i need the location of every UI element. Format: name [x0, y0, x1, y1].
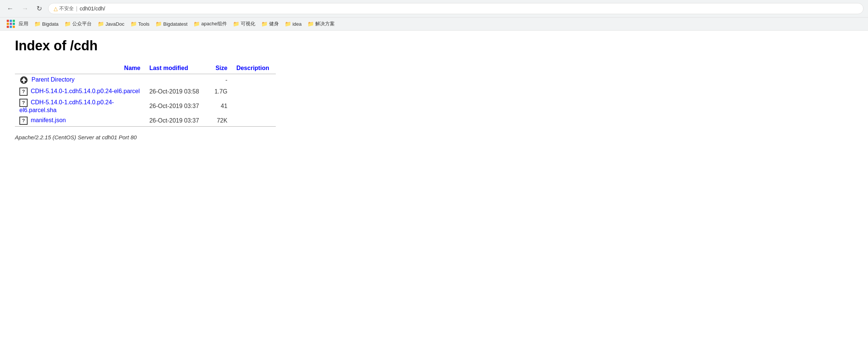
- back-button[interactable]: ←: [4, 4, 16, 13]
- size-cell: 72K: [210, 115, 232, 127]
- file-name-cell: manifest.json: [15, 115, 145, 127]
- size-cell: -: [210, 74, 232, 86]
- folder-icon: 📁: [155, 21, 162, 27]
- bookmark-label: 可视化: [241, 20, 255, 27]
- sort-name-link[interactable]: Name: [124, 65, 141, 71]
- page-content: Index of /cdh Name Last modified Size De…: [0, 31, 868, 148]
- folder-icon: 📁: [233, 21, 239, 27]
- sort-modified-link[interactable]: Last modified: [149, 65, 188, 71]
- browser-chrome: ← → ↻ △ 不安全 | cdh01/cdh/ 应用 📁 Bigdata 📁: [0, 0, 868, 31]
- bookmark-visualization[interactable]: 📁 可视化: [231, 20, 258, 28]
- url-display: cdh01/cdh/: [80, 6, 105, 12]
- reload-button[interactable]: ↻: [34, 4, 44, 13]
- table-row: Parent Directory -: [15, 74, 276, 86]
- modified-cell: 26-Oct-2019 03:37: [145, 115, 210, 127]
- apps-label: 应用: [19, 20, 28, 27]
- file-link[interactable]: CDH-5.14.0-1.cdh5.14.0.p0.24-el6.parcel.…: [19, 99, 114, 113]
- bookmark-label: 健身: [269, 20, 279, 27]
- desc-cell: [232, 86, 276, 97]
- url-separator: |: [76, 6, 78, 12]
- desc-cell: [232, 115, 276, 127]
- folder-icon: 📁: [307, 21, 314, 27]
- bookmark-label: Bigdatatest: [163, 21, 187, 27]
- bookmark-javadoc[interactable]: 📁 JavaDoc: [95, 20, 127, 28]
- bookmark-label: 公众平台: [72, 20, 92, 27]
- apps-shortcut[interactable]: 应用: [4, 19, 31, 29]
- file-name-cell: CDH-5.14.0-1.cdh5.14.0.p0.24-el6.parcel.…: [15, 97, 145, 115]
- sort-desc-link[interactable]: Description: [236, 65, 269, 71]
- desc-cell: [232, 97, 276, 115]
- file-icon: [19, 88, 28, 96]
- folder-icon: 📁: [193, 21, 200, 27]
- bookmark-bigdata[interactable]: 📁 Bigdata: [32, 20, 61, 28]
- folder-icon: 📁: [34, 21, 41, 27]
- modified-cell: 26-Oct-2019 03:37: [145, 97, 210, 115]
- table-row: CDH-5.14.0-1.cdh5.14.0.p0.24-el6.parcel …: [15, 86, 276, 97]
- folder-icon: 📁: [64, 21, 71, 27]
- folder-icon: 📁: [98, 21, 104, 27]
- bookmark-solution[interactable]: 📁 解决方案: [305, 20, 337, 28]
- folder-icon: 📁: [285, 21, 291, 27]
- table-row: CDH-5.14.0-1.cdh5.14.0.p0.24-el6.parcel.…: [15, 97, 276, 115]
- th-modified: Last modified: [145, 63, 210, 74]
- desc-cell: [232, 74, 276, 86]
- bookmark-label: 解决方案: [315, 20, 335, 27]
- modified-cell: 26-Oct-2019 03:58: [145, 86, 210, 97]
- bookmark-tools[interactable]: 📁 Tools: [128, 20, 152, 28]
- bookmark-fitness[interactable]: 📁 健身: [259, 20, 281, 28]
- size-cell: 1.7G: [210, 86, 232, 97]
- warning-icon: △: [54, 6, 58, 12]
- bookmark-label: idea: [293, 21, 302, 27]
- modified-cell: [145, 74, 210, 86]
- th-description: Description: [232, 63, 276, 74]
- parent-dir-icon: [19, 76, 28, 85]
- size-cell: 41: [210, 97, 232, 115]
- apps-grid-icon: [7, 20, 15, 28]
- security-label: 不安全: [59, 5, 74, 12]
- directory-table: Name Last modified Size Description: [15, 63, 276, 127]
- file-link[interactable]: CDH-5.14.0-1.cdh5.14.0.p0.24-el6.parcel: [31, 88, 140, 94]
- bookmark-label: apache组件: [201, 20, 227, 27]
- bookmark-apache[interactable]: 📁 apache组件: [191, 20, 229, 28]
- server-info: Apache/2.2.15 (CentOS) Server at cdh01 P…: [15, 134, 853, 140]
- bookmark-label: JavaDoc: [105, 21, 124, 27]
- bookmark-gongzhong[interactable]: 📁 公众平台: [62, 20, 94, 28]
- bookmarks-bar: 应用 📁 Bigdata 📁 公众平台 📁 JavaDoc 📁 Tools 📁 …: [0, 17, 868, 30]
- folder-icon: 📁: [130, 21, 137, 27]
- th-name: Name: [15, 63, 145, 74]
- table-header-row: Name Last modified Size Description: [15, 63, 276, 74]
- parent-directory-link[interactable]: Parent Directory: [31, 76, 75, 83]
- forward-button[interactable]: →: [19, 4, 31, 13]
- file-name-cell: CDH-5.14.0-1.cdh5.14.0.p0.24-el6.parcel: [15, 86, 145, 97]
- bookmark-idea[interactable]: 📁 idea: [283, 20, 304, 28]
- address-bar[interactable]: △ 不安全 | cdh01/cdh/: [48, 3, 864, 14]
- page-title: Index of /cdh: [15, 38, 853, 54]
- nav-bar: ← → ↻ △ 不安全 | cdh01/cdh/: [0, 0, 868, 17]
- table-row: manifest.json 26-Oct-2019 03:37 72K: [15, 115, 276, 127]
- th-size: Size: [210, 63, 232, 74]
- security-warning: △ 不安全: [54, 5, 74, 12]
- file-link[interactable]: manifest.json: [31, 117, 66, 123]
- bookmark-label: Tools: [138, 21, 149, 27]
- folder-icon: 📁: [261, 21, 268, 27]
- sort-size-link[interactable]: Size: [215, 65, 227, 71]
- file-name-cell: Parent Directory: [15, 74, 145, 86]
- file-icon: [19, 117, 28, 125]
- file-icon: [19, 99, 28, 107]
- bookmark-label: Bigdata: [42, 21, 59, 27]
- bookmark-bigdatatest[interactable]: 📁 Bigdatatest: [153, 20, 190, 28]
